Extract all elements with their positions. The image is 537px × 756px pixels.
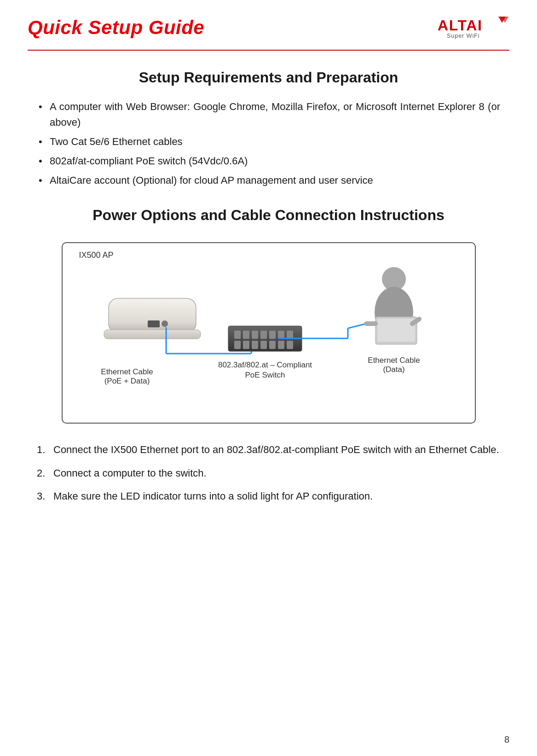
svg-rect-18 [269, 331, 276, 339]
power-section: Power Options and Cable Connection Instr… [28, 207, 509, 504]
page-title: Quick Setup Guide [28, 17, 204, 39]
header: Quick Setup Guide ALTAI Super WiFi [28, 14, 509, 51]
svg-text:PoE Switch: PoE Switch [245, 371, 285, 379]
svg-rect-26 [278, 341, 284, 349]
svg-rect-6 [148, 320, 160, 327]
svg-text:(Data): (Data) [383, 365, 404, 374]
svg-rect-23 [252, 341, 258, 349]
svg-rect-14 [234, 331, 241, 339]
svg-text:(PoE + Data): (PoE + Data) [104, 377, 150, 385]
svg-rect-19 [278, 331, 284, 339]
svg-line-32 [348, 324, 366, 328]
svg-rect-17 [260, 331, 267, 339]
svg-rect-22 [243, 341, 249, 349]
step-3: 3. Make sure the LED indicator turns int… [37, 488, 500, 504]
connection-diagram: IX500 AP [62, 242, 476, 424]
svg-point-7 [162, 320, 168, 327]
step-2: 2. Connect a computer to the switch. [37, 465, 500, 481]
diagram-svg: Ethernet Cable (PoE + Data) [81, 257, 458, 413]
setup-section-title: Setup Requirements and Preparation [28, 69, 509, 86]
setup-bullet-list: A computer with Web Browser: Google Chro… [28, 99, 509, 188]
step-1: 1. Connect the IX500 Ethernet port to an… [37, 442, 500, 458]
svg-rect-24 [260, 341, 267, 349]
svg-rect-20 [287, 331, 293, 339]
svg-rect-4 [109, 298, 196, 333]
svg-rect-16 [252, 331, 258, 339]
bullet-item-1: A computer with Web Browser: Google Chro… [37, 99, 500, 130]
ap-label: IX500 AP [79, 250, 114, 260]
page-number: 8 [504, 734, 509, 745]
bullet-item-3: 802af/at-compliant PoE switch (54Vdc/0.6… [37, 153, 500, 169]
svg-rect-21 [234, 341, 241, 349]
svg-rect-15 [243, 331, 249, 339]
altai-logo: ALTAI Super WiFi [436, 14, 509, 41]
svg-text:Ethernet Cable: Ethernet Cable [368, 356, 420, 365]
svg-text:ALTAI: ALTAI [438, 17, 482, 34]
bullet-item-4: AltaiCare account (Optional) for cloud A… [37, 173, 500, 188]
steps-list: 1. Connect the IX500 Ethernet port to an… [28, 442, 509, 504]
bullet-item-2: Two Cat 5e/6 Ethernet cables [37, 134, 500, 150]
svg-rect-25 [269, 341, 276, 349]
setup-section: Setup Requirements and Preparation A com… [28, 69, 509, 188]
svg-rect-5 [104, 330, 201, 339]
svg-text:802.3af/802.at – Compliant: 802.3af/802.at – Compliant [218, 361, 312, 369]
svg-text:Super WiFi: Super WiFi [447, 32, 479, 39]
svg-text:Ethernet Cable: Ethernet Cable [101, 367, 153, 376]
page: Quick Setup Guide ALTAI Super WiFi Setup… [0, 0, 537, 756]
logo-container: ALTAI Super WiFi [436, 14, 509, 41]
power-section-title: Power Options and Cable Connection Instr… [28, 207, 509, 224]
svg-rect-36 [377, 319, 415, 342]
svg-rect-27 [287, 341, 293, 349]
